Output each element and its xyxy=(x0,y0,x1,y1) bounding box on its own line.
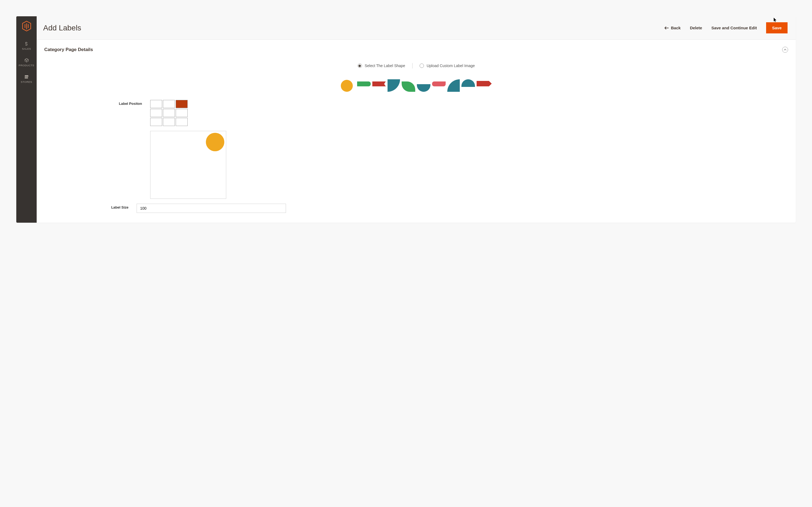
row-label-size: Label Size xyxy=(44,204,788,213)
position-cell-5[interactable] xyxy=(176,109,188,117)
titlebar: Add Labels Back Delete Save and Continue… xyxy=(37,16,796,40)
save-continue-button[interactable]: Save and Continue Edit xyxy=(711,25,757,30)
label-position-label: Label Positon xyxy=(44,100,142,106)
mouse-cursor-icon xyxy=(773,17,777,22)
section-title: Category Page Details xyxy=(44,47,93,52)
position-cell-1[interactable] xyxy=(163,100,175,108)
shape-bar[interactable] xyxy=(357,81,371,87)
back-button[interactable]: Back xyxy=(664,25,681,30)
position-cell-2[interactable] xyxy=(176,100,188,108)
page-title: Add Labels xyxy=(43,23,664,32)
sidebar-item-label: STORES xyxy=(21,80,32,83)
content: Category Page Details Select The Label S… xyxy=(37,40,796,223)
sidebar: SALES PRODUCTS STORES xyxy=(16,16,37,223)
dollar-icon xyxy=(24,41,29,46)
row-label-position: Label Positon xyxy=(44,100,788,126)
shape-quarter-tl[interactable] xyxy=(447,79,460,92)
position-cell-8[interactable] xyxy=(176,118,188,126)
sidebar-item-sales[interactable]: SALES xyxy=(22,41,31,50)
shape-flag[interactable] xyxy=(372,81,386,87)
titlebar-actions: Back Delete Save and Continue Edit Save xyxy=(664,22,788,34)
label-preview xyxy=(150,131,226,199)
section-header: Category Page Details xyxy=(44,44,788,56)
shape-half-top[interactable] xyxy=(461,79,475,87)
sidebar-item-stores[interactable]: STORES xyxy=(21,74,32,83)
sidebar-item-label: SALES xyxy=(22,47,31,50)
shape-picker xyxy=(44,76,788,92)
shape-leaf[interactable] xyxy=(402,81,415,92)
position-cell-3[interactable] xyxy=(150,109,162,117)
label-size-label: Label Size xyxy=(44,204,128,209)
cube-icon xyxy=(24,58,29,63)
radio-upload-image[interactable]: Upload Custom Label Image xyxy=(420,64,475,68)
preview-label-circle-icon xyxy=(206,133,224,151)
radio-label: Select The Label Shape xyxy=(365,64,405,68)
shape-half-bottom[interactable] xyxy=(417,84,430,92)
arrow-left-icon xyxy=(664,26,669,30)
delete-button[interactable]: Delete xyxy=(690,25,702,30)
main: Add Labels Back Delete Save and Continue… xyxy=(37,16,796,223)
store-icon xyxy=(24,74,29,79)
shape-tab[interactable] xyxy=(432,81,446,87)
position-cell-6[interactable] xyxy=(150,118,162,126)
sidebar-item-products[interactable]: PRODUCTS xyxy=(19,58,34,67)
sidebar-item-label: PRODUCTS xyxy=(19,64,34,67)
position-cell-4[interactable] xyxy=(163,109,175,117)
back-button-label: Back xyxy=(671,25,681,30)
position-grid xyxy=(150,100,188,126)
label-source-radio-group: Select The Label Shape Upload Custom Lab… xyxy=(44,63,788,68)
radio-select-shape[interactable]: Select The Label Shape xyxy=(358,64,405,68)
radio-dot-icon xyxy=(420,64,424,68)
app-frame: SALES PRODUCTS STORES Add Labels Back De… xyxy=(16,16,796,223)
shape-arrow[interactable] xyxy=(477,81,492,87)
collapse-button[interactable] xyxy=(782,47,788,53)
position-cell-0[interactable] xyxy=(150,100,162,108)
radio-dot-icon xyxy=(358,64,362,68)
radio-label: Upload Custom Label Image xyxy=(427,64,475,68)
save-button[interactable]: Save xyxy=(766,22,788,34)
shape-quarter-br[interactable] xyxy=(388,79,400,92)
shape-circle[interactable] xyxy=(341,80,353,92)
label-size-input[interactable] xyxy=(136,204,286,213)
chevron-up-icon xyxy=(784,49,787,51)
magento-logo-icon xyxy=(22,21,32,33)
row-preview xyxy=(44,131,788,199)
position-cell-7[interactable] xyxy=(163,118,175,126)
